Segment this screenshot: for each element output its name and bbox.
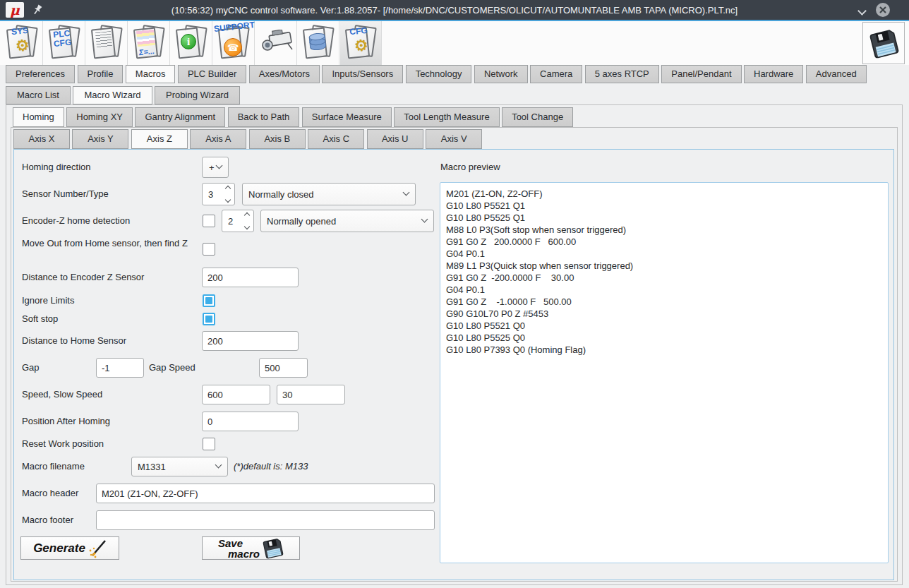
app-window: μ (10:56:32) myCNC control software. Ver… bbox=[0, 0, 909, 588]
macro-filename-value: M1331 bbox=[138, 462, 166, 472]
gap-input[interactable] bbox=[96, 358, 144, 378]
toolbar-cfg-button[interactable]: CFG ⚙ bbox=[340, 21, 382, 65]
tab-axis-b[interactable]: Axis B bbox=[249, 129, 306, 149]
tab-gantry-alignment[interactable]: Gantry Alignment bbox=[135, 107, 225, 127]
save-macro-button[interactable]: Savemacro bbox=[202, 536, 300, 560]
sensor-number-spinbox[interactable]: 3 bbox=[202, 183, 235, 205]
tab-tool-length-measure[interactable]: Tool Length Measure bbox=[394, 107, 499, 127]
move-out-label: Move Out from Home sensor, then find Z bbox=[22, 237, 198, 249]
plc-cfg-label: PLC CFG bbox=[50, 28, 74, 48]
spin-up-icon[interactable] bbox=[225, 186, 231, 191]
encoder-z-number-value: 2 bbox=[228, 216, 233, 227]
gear-icon: ⚙ bbox=[15, 36, 30, 56]
sensor-type-value: Normally closed bbox=[248, 189, 313, 200]
tab-axis-a[interactable]: Axis A bbox=[190, 129, 246, 149]
tab-hardware[interactable]: Hardware bbox=[744, 65, 803, 83]
generate-button[interactable]: Generate bbox=[20, 536, 119, 560]
macro-preview-panel[interactable]: M201 (Z1-ON, Z2-OFF) G10 L80 P5521 Q1 G1… bbox=[440, 182, 889, 563]
tab-network[interactable]: Network bbox=[474, 65, 528, 83]
spin-up-icon[interactable] bbox=[244, 212, 250, 218]
toolbar-text-document-button[interactable] bbox=[86, 21, 128, 65]
distance-encoder-label: Distance to Encoder Z Sensor bbox=[22, 268, 144, 287]
gap-speed-label: Gap Speed bbox=[149, 358, 195, 378]
chevron-down-icon bbox=[421, 216, 428, 223]
database-icon bbox=[306, 31, 330, 53]
ignore-limits-label: Ignore Limits bbox=[22, 294, 74, 307]
distance-home-label: Distance to Home Sensor bbox=[22, 331, 126, 351]
toolbar-macro-list-button[interactable]: Σ=... bbox=[128, 21, 170, 65]
macro-footer-label: Macro footer bbox=[22, 510, 73, 530]
tab-tool-change[interactable]: Tool Change bbox=[502, 107, 573, 127]
tab-panel-pendant[interactable]: Panel/Pendant bbox=[661, 65, 741, 83]
ignore-limits-checkbox[interactable] bbox=[203, 294, 215, 307]
toolbar-camera-button[interactable] bbox=[255, 21, 297, 65]
reset-work-position-checkbox[interactable] bbox=[203, 438, 215, 450]
toolbar: SYS ⚙ PLC CFG Σ=... i SUPPORT bbox=[0, 21, 909, 65]
toolbar-support-button[interactable]: SUPPORT ☎ bbox=[213, 21, 255, 65]
main-tab-bar: Preferences Profile Macros PLC Builder A… bbox=[6, 65, 866, 83]
phone-icon: ☎ bbox=[224, 38, 242, 56]
encoder-z-spinbox[interactable]: 2 bbox=[222, 210, 254, 232]
tab-axis-u[interactable]: Axis U bbox=[367, 129, 423, 149]
macro-wizard-pane: Homing Homing XY Gantry Alignment Back t… bbox=[6, 104, 903, 585]
tab-camera[interactable]: Camera bbox=[530, 65, 582, 83]
speed-input[interactable] bbox=[202, 385, 270, 404]
position-after-homing-label: Position After Homing bbox=[22, 412, 110, 431]
homing-pane: Axis X Axis Y Axis Z Axis A Axis B Axis … bbox=[11, 127, 898, 582]
tab-homing-xy[interactable]: Homing XY bbox=[66, 107, 133, 127]
spin-down-icon[interactable] bbox=[225, 197, 231, 203]
info-icon: i bbox=[181, 34, 196, 49]
tab-advanced[interactable]: Advanced bbox=[806, 65, 867, 83]
tab-homing[interactable]: Homing bbox=[13, 107, 64, 127]
tab-axes-motors[interactable]: Axes/Motors bbox=[249, 65, 320, 83]
macro-header-label: Macro header bbox=[22, 484, 78, 503]
tab-5-axes-rtcp[interactable]: 5 axes RTCP bbox=[585, 65, 659, 83]
tab-probing-wizard[interactable]: Probing Wizard bbox=[155, 86, 240, 104]
gap-speed-input[interactable] bbox=[259, 358, 308, 378]
tab-axis-c[interactable]: Axis C bbox=[308, 129, 364, 149]
tab-macro-list[interactable]: Macro List bbox=[6, 86, 71, 104]
macro-header-input[interactable] bbox=[96, 484, 435, 503]
tab-preferences[interactable]: Preferences bbox=[6, 65, 75, 83]
tab-back-to-path[interactable]: Back to Path bbox=[228, 107, 300, 127]
homing-direction-label: Homing direction bbox=[22, 157, 91, 178]
position-after-homing-input[interactable] bbox=[202, 412, 299, 431]
tab-macro-wizard[interactable]: Macro Wizard bbox=[73, 86, 152, 104]
toolbar-database-button[interactable] bbox=[298, 21, 339, 65]
toolbar-sys-config-button[interactable]: SYS ⚙ bbox=[1, 21, 43, 65]
macro-filename-select[interactable]: M1331 bbox=[131, 457, 228, 476]
macro-filename-label: Macro filename bbox=[22, 457, 85, 476]
chevron-down-icon bbox=[215, 462, 222, 469]
encoder-z-checkbox[interactable] bbox=[203, 215, 215, 227]
gear-icon: ⚙ bbox=[354, 36, 369, 56]
tab-axis-v[interactable]: Axis V bbox=[426, 129, 482, 149]
colored-rows-icon bbox=[136, 30, 155, 47]
close-button[interactable] bbox=[875, 2, 891, 18]
reset-work-position-label: Reset Work position bbox=[22, 438, 104, 450]
distance-encoder-input[interactable] bbox=[202, 268, 299, 287]
tab-profile[interactable]: Profile bbox=[78, 65, 124, 83]
axis-tab-bar: Axis X Axis Y Axis Z Axis A Axis B Axis … bbox=[13, 129, 481, 149]
tab-macros[interactable]: Macros bbox=[126, 65, 176, 83]
macro-footer-input[interactable] bbox=[96, 510, 435, 530]
chevron-down-icon bbox=[216, 162, 223, 169]
soft-stop-checkbox[interactable] bbox=[203, 313, 215, 325]
toolbar-info-button[interactable]: i bbox=[171, 21, 212, 65]
tab-inputs-sensors[interactable]: Inputs/Sensors bbox=[322, 65, 403, 83]
distance-home-input[interactable] bbox=[202, 331, 299, 351]
sensor-type-select[interactable]: Normally closed bbox=[242, 183, 416, 205]
toolbar-plc-config-button[interactable]: PLC CFG bbox=[44, 21, 85, 65]
slow-speed-input[interactable] bbox=[277, 385, 345, 404]
tab-surface-measure[interactable]: Surface Measure bbox=[302, 107, 392, 127]
tab-technology[interactable]: Technology bbox=[406, 65, 472, 83]
move-out-checkbox[interactable] bbox=[203, 243, 215, 256]
spin-down-icon[interactable] bbox=[244, 224, 250, 229]
homing-direction-select[interactable]: + bbox=[202, 157, 229, 178]
tab-axis-z[interactable]: Axis Z bbox=[131, 129, 188, 149]
encoder-z-type-select[interactable]: Normally opened bbox=[260, 210, 434, 232]
tab-plc-builder[interactable]: PLC Builder bbox=[178, 65, 246, 83]
encoder-z-type-value: Normally opened bbox=[267, 216, 336, 227]
tab-axis-y[interactable]: Axis Y bbox=[72, 129, 128, 149]
toolbar-save-button[interactable] bbox=[862, 22, 905, 64]
tab-axis-x[interactable]: Axis X bbox=[13, 129, 70, 149]
